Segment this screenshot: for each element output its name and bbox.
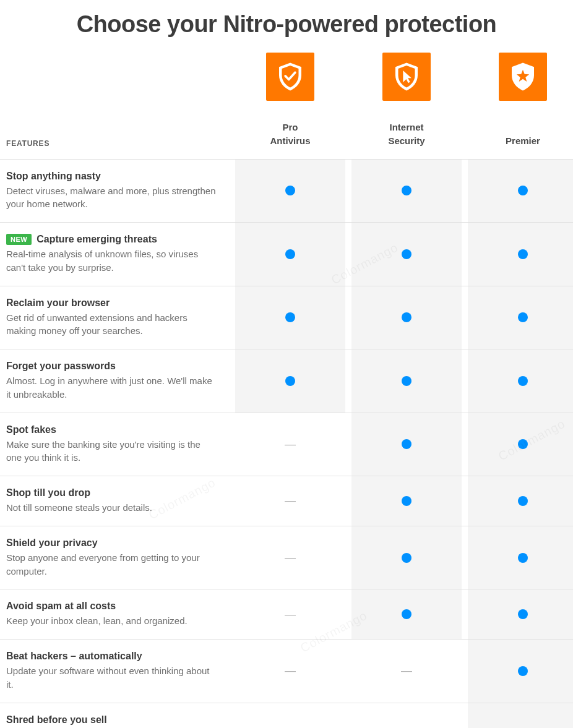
plan-cell bbox=[468, 476, 573, 526]
feature-title: Spot fakes bbox=[6, 424, 217, 435]
plan-cell bbox=[351, 476, 462, 526]
feature-cell: Stop anything nastyDetect viruses, malwa… bbox=[0, 160, 229, 223]
feature-cell: Shred before you sellOr lend or repair. … bbox=[0, 703, 229, 729]
feature-title: Stop anything nasty bbox=[6, 171, 217, 182]
included-dot-icon bbox=[518, 186, 528, 195]
feature-title: Forget your passwords bbox=[6, 361, 217, 372]
feature-row: NEWCapture emerging threatsReal-time ana… bbox=[0, 222, 573, 286]
feature-row: Shield your privacyStop anyone and every… bbox=[0, 526, 573, 589]
feature-cell: Forget your passwordsAlmost. Log in anyw… bbox=[0, 349, 229, 413]
not-included-dash-icon: — bbox=[285, 608, 296, 621]
not-included-dash-icon: — bbox=[285, 551, 296, 564]
plan-cell: — bbox=[235, 640, 345, 703]
plan-cell bbox=[351, 160, 462, 223]
feature-desc: Not till someone steals your details. bbox=[6, 501, 217, 515]
included-dot-icon bbox=[285, 376, 295, 386]
included-dot-icon bbox=[285, 186, 295, 195]
feature-row: Spot fakesMake sure the banking site you… bbox=[0, 413, 573, 476]
feature-cell: Beat hackers – automaticallyUpdate your … bbox=[0, 640, 229, 703]
feature-row: Reclaim your browserGet rid of unwanted … bbox=[0, 286, 573, 349]
plan-cell bbox=[468, 640, 573, 703]
feature-row: Beat hackers – automaticallyUpdate your … bbox=[0, 639, 573, 703]
feature-row: Shred before you sellOr lend or repair. … bbox=[0, 703, 573, 729]
included-dot-icon bbox=[402, 186, 411, 195]
not-included-dash-icon: — bbox=[285, 438, 296, 451]
feature-desc: Keep your inbox clean, lean, and organiz… bbox=[6, 614, 217, 628]
plan-cell: — bbox=[235, 526, 345, 589]
plan-cell bbox=[468, 349, 573, 413]
plan-cell bbox=[235, 349, 345, 413]
comparison-table: FEATURES Pro Antivirus Internet Security… bbox=[0, 53, 573, 728]
included-dot-icon bbox=[402, 249, 411, 259]
plan-cell bbox=[351, 286, 462, 349]
included-dot-icon bbox=[518, 249, 528, 259]
plan-cell: — bbox=[351, 640, 462, 703]
feature-cell: Spot fakesMake sure the banking site you… bbox=[0, 413, 229, 476]
new-badge: NEW bbox=[6, 234, 32, 245]
plan-header-premier: Premier bbox=[468, 114, 573, 159]
feature-row: Shop till you dropNot till someone steal… bbox=[0, 476, 573, 526]
plan-cell bbox=[235, 286, 345, 349]
included-dot-icon bbox=[402, 376, 411, 386]
included-dot-icon bbox=[285, 312, 295, 322]
feature-row: Forget your passwordsAlmost. Log in anyw… bbox=[0, 349, 573, 413]
feature-desc: Update your software without even thinki… bbox=[6, 664, 217, 692]
plan-cell bbox=[468, 589, 573, 639]
included-dot-icon bbox=[402, 496, 411, 506]
feature-desc: Almost. Log in anywhere with just one. W… bbox=[6, 374, 217, 401]
feature-cell: NEWCapture emerging threatsReal-time ana… bbox=[0, 223, 229, 286]
included-dot-icon bbox=[518, 666, 528, 676]
included-dot-icon bbox=[402, 553, 411, 563]
plan-cell bbox=[468, 413, 573, 476]
shield-star-icon bbox=[499, 53, 547, 101]
included-dot-icon bbox=[402, 312, 411, 322]
plan-icons-row bbox=[0, 53, 573, 101]
plan-cell bbox=[468, 526, 573, 589]
plan-cell bbox=[351, 589, 462, 639]
plan-cell bbox=[468, 286, 573, 349]
feature-title: Shield your privacy bbox=[6, 537, 217, 549]
plan-cell bbox=[235, 223, 345, 286]
plan-cell: — bbox=[235, 476, 345, 526]
included-dot-icon bbox=[518, 312, 528, 322]
feature-desc: Get rid of unwanted extensions and hacke… bbox=[6, 311, 217, 338]
plan-cell: — bbox=[235, 589, 345, 639]
plan-cell: — bbox=[235, 703, 345, 729]
included-dot-icon bbox=[518, 496, 528, 506]
feature-title: Shred before you sell bbox=[6, 714, 217, 726]
included-dot-icon bbox=[518, 376, 528, 386]
plan-cell bbox=[351, 349, 462, 413]
feature-title: NEWCapture emerging threats bbox=[6, 234, 217, 245]
plan-header-pro: Pro Antivirus bbox=[235, 101, 345, 159]
not-included-dash-icon: — bbox=[401, 664, 412, 677]
feature-row: Stop anything nastyDetect viruses, malwa… bbox=[0, 159, 573, 223]
included-dot-icon bbox=[402, 609, 411, 619]
plan-cell bbox=[351, 413, 462, 476]
feature-desc: Real-time analysis of unknown files, so … bbox=[6, 247, 217, 275]
plan-cell bbox=[351, 223, 462, 286]
plan-icon-pro bbox=[235, 53, 345, 101]
plan-cell bbox=[468, 703, 573, 729]
not-included-dash-icon: — bbox=[285, 494, 296, 507]
included-dot-icon bbox=[518, 553, 528, 563]
feature-cell: Avoid spam at all costsKeep your inbox c… bbox=[0, 589, 229, 639]
plan-cell: — bbox=[235, 413, 345, 476]
feature-cell: Reclaim your browserGet rid of unwanted … bbox=[0, 286, 229, 349]
included-dot-icon bbox=[518, 439, 528, 449]
feature-cell: Shield your privacyStop anyone and every… bbox=[0, 526, 229, 589]
plan-cell bbox=[235, 160, 345, 223]
not-included-dash-icon: — bbox=[285, 664, 296, 677]
plan-cell bbox=[468, 223, 573, 286]
plan-icon-premier bbox=[468, 53, 573, 101]
feature-desc: Detect viruses, malware and more, plus s… bbox=[6, 184, 217, 212]
features-header: FEATURES bbox=[0, 119, 229, 159]
feature-title: Shop till you drop bbox=[6, 487, 217, 499]
feature-desc: Stop anyone and everyone from getting to… bbox=[6, 551, 217, 578]
included-dot-icon bbox=[518, 609, 528, 619]
feature-row: Avoid spam at all costsKeep your inbox c… bbox=[0, 589, 573, 639]
shield-cursor-icon bbox=[382, 53, 431, 101]
plan-cell bbox=[351, 526, 462, 589]
plan-cell: — bbox=[351, 703, 462, 729]
feature-desc: Make sure the banking site you're visiti… bbox=[6, 438, 217, 465]
feature-title: Beat hackers – automatically bbox=[6, 651, 217, 662]
